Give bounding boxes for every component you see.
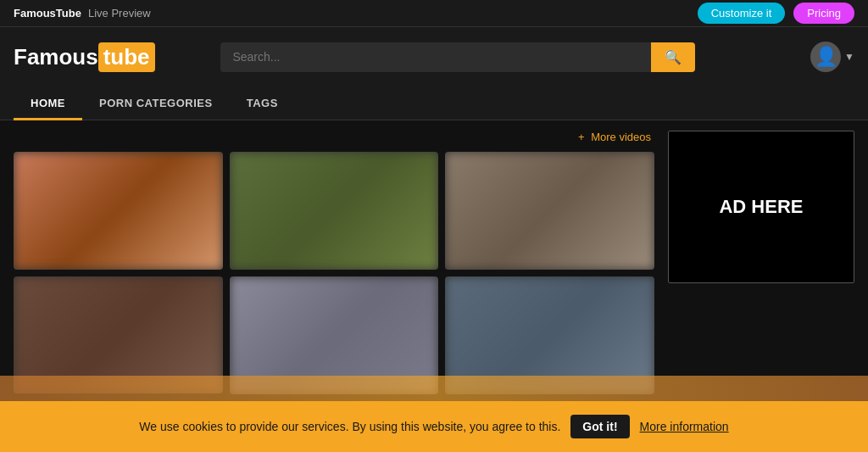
cookie-message: We use cookies to provide our services. … [139, 420, 560, 433]
search-button[interactable]: 🔍 [651, 42, 695, 72]
pricing-button[interactable]: Pricing [793, 3, 854, 24]
more-videos-link[interactable]: + More videos [14, 131, 654, 143]
video-thumbnail-1[interactable] [14, 152, 223, 270]
top-bar: FamousTube Live Preview Customize it Pri… [0, 0, 868, 27]
logo-famous-text: Famous [14, 44, 98, 70]
site-name-top: FamousTube [14, 7, 81, 20]
user-icon: 👤 [815, 46, 837, 68]
search-input[interactable] [220, 42, 651, 72]
customize-button[interactable]: Customize it [698, 3, 786, 24]
ad-placeholder-text: AD HERE [719, 196, 803, 218]
nav-item-home[interactable]: HOME [14, 86, 82, 120]
video-thumbnail-3[interactable] [445, 152, 654, 270]
more-videos-plus: + [578, 131, 585, 143]
search-container: 🔍 [220, 42, 695, 72]
cookie-bar: We use cookies to provide our services. … [0, 401, 868, 452]
main-content: + More videos AD HERE [0, 120, 868, 401]
more-info-link[interactable]: More information [640, 420, 729, 433]
more-videos-label: More videos [591, 131, 651, 143]
logo-tube-text: tube [98, 42, 155, 72]
avatar[interactable]: 👤 [810, 42, 841, 72]
ad-sidebar: AD HERE [668, 131, 854, 391]
video-thumbnail-2[interactable] [230, 152, 439, 270]
bottom-strip-decoration [0, 376, 868, 401]
ad-box: AD HERE [668, 131, 854, 283]
got-it-button[interactable]: Got it! [570, 415, 629, 438]
nav-item-categories[interactable]: PORN CATEGORIES [82, 86, 230, 120]
dropdown-arrow-icon[interactable]: ▼ [844, 51, 854, 63]
navigation: HOME PORN CATEGORIES TAGS [0, 86, 868, 120]
user-area: 👤 ▼ [810, 42, 854, 72]
live-preview-label: Live Preview [88, 7, 151, 20]
search-icon: 🔍 [665, 50, 682, 64]
logo[interactable]: Famoustube [14, 42, 155, 72]
nav-item-tags[interactable]: TAGS [230, 86, 295, 120]
video-grid [14, 152, 654, 394]
top-bar-left: FamousTube Live Preview [14, 7, 151, 20]
videos-section: + More videos [14, 131, 654, 391]
header: Famoustube 🔍 👤 ▼ [0, 27, 868, 86]
top-bar-right: Customize it Pricing [698, 3, 854, 24]
